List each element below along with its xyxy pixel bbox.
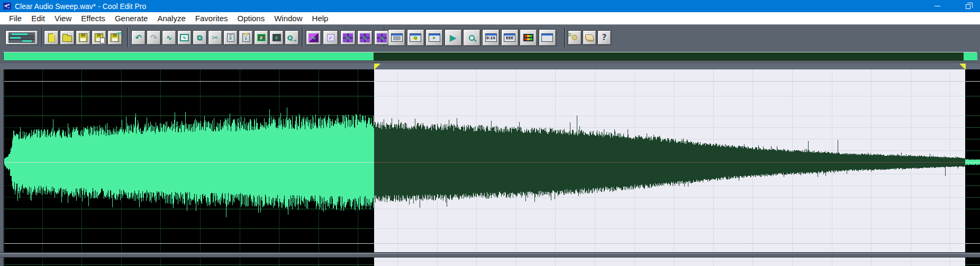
copy-button[interactable]: ⧉ bbox=[193, 30, 207, 45]
overview-strip bbox=[0, 50, 980, 63]
menu-item-view[interactable]: View bbox=[50, 12, 76, 24]
zoom-grid-2-icon: ∿ bbox=[360, 33, 370, 42]
toolbar: ⇄↶↷∿∿⧉✂⇓⇣z✳Q→∿✓∿∿∿Q▸▶0:15EEE⚙⚙? bbox=[0, 24, 980, 50]
level-meters-window-icon bbox=[523, 34, 533, 41]
paste-to-new-icon: z bbox=[257, 34, 266, 41]
menu-item-file[interactable]: File bbox=[4, 12, 26, 24]
save-all-button[interactable]: ⇄ bbox=[107, 30, 122, 45]
selection-ruler[interactable] bbox=[0, 63, 980, 69]
cue-list-window-button[interactable]: Q bbox=[407, 29, 424, 46]
menu-item-help[interactable]: Help bbox=[307, 12, 333, 24]
minimize-button[interactable] bbox=[925, 0, 949, 12]
trim-selection-icon: ∿ bbox=[180, 34, 189, 41]
open-file-button[interactable] bbox=[60, 30, 75, 45]
menu-item-favorites[interactable]: Favorites bbox=[190, 12, 233, 24]
multitrack-view-icon bbox=[8, 32, 35, 43]
save-file-icon bbox=[79, 33, 87, 42]
cut-button[interactable]: ✂ bbox=[208, 30, 222, 45]
menu-item-window[interactable]: Window bbox=[269, 12, 307, 24]
title-bar: Clear Audio Sweep.wav* - Cool Edit Pro bbox=[0, 0, 980, 12]
menu-item-edit[interactable]: Edit bbox=[26, 12, 50, 24]
zoom-controls-window-button[interactable] bbox=[463, 29, 480, 46]
trim-selection-button[interactable]: ∿ bbox=[177, 30, 192, 45]
window-organizer-icon bbox=[391, 33, 403, 42]
convert-sample-type-icon: Q→ bbox=[287, 34, 297, 42]
spectral-view-toggle-icon: ∿ bbox=[308, 33, 319, 42]
cool-edit-pro-window: Clear Audio Sweep.wav* - Cool Edit Pro F… bbox=[0, 0, 980, 266]
zoom-grid-2-button[interactable]: ∿ bbox=[357, 30, 373, 45]
restore-button[interactable] bbox=[956, 0, 980, 12]
window-title: Clear Audio Sweep.wav* - Cool Edit Pro bbox=[15, 2, 146, 11]
copy-icon: ⧉ bbox=[197, 34, 203, 41]
paste-button[interactable]: ⇓ bbox=[223, 30, 238, 45]
menu-item-generate[interactable]: Generate bbox=[110, 12, 153, 24]
paste-special-button[interactable]: ⇣ bbox=[239, 30, 253, 45]
cue-grid-window-icon: EEE bbox=[504, 33, 515, 42]
app-logo-icon bbox=[3, 3, 11, 10]
menu-item-analyze[interactable]: Analyze bbox=[152, 12, 190, 24]
waveform-display[interactable] bbox=[0, 69, 980, 266]
window-organizer-button[interactable] bbox=[388, 29, 405, 46]
spectral-view-toggle-button[interactable]: ∿ bbox=[306, 30, 321, 45]
undo-icon: ↶ bbox=[135, 34, 142, 42]
help-icon: ? bbox=[602, 33, 606, 42]
toolbar-separator bbox=[564, 28, 565, 47]
restore-icon bbox=[966, 4, 970, 9]
view-options-icon: ✓ bbox=[327, 34, 334, 41]
waveform-pane bbox=[0, 69, 980, 266]
cut-icon: ✂ bbox=[212, 34, 219, 41]
toolbar-separator bbox=[302, 28, 303, 47]
insert-into-multitrack-icon: ✳ bbox=[273, 34, 281, 41]
paste-to-new-button[interactable]: z bbox=[254, 30, 268, 45]
redo-icon: ↷ bbox=[150, 34, 157, 42]
paste-special-icon: ⇣ bbox=[242, 33, 250, 42]
level-meters-window-button[interactable] bbox=[520, 29, 537, 46]
toolbar-separator bbox=[41, 28, 42, 47]
scripts-button[interactable] bbox=[583, 30, 596, 45]
save-file-button[interactable] bbox=[76, 30, 90, 45]
menu-item-effects[interactable]: Effects bbox=[76, 12, 110, 24]
scripts-icon bbox=[585, 34, 594, 41]
arrows-badge-icon: ⇄ bbox=[117, 31, 121, 36]
new-file-button[interactable] bbox=[44, 30, 59, 45]
status-bar-window-icon bbox=[541, 33, 553, 42]
paste-icon: ⇓ bbox=[227, 33, 234, 42]
time-window-icon: 0:15 bbox=[485, 33, 497, 42]
new-file-icon bbox=[48, 33, 55, 42]
view-options-button[interactable]: ✓ bbox=[323, 30, 338, 45]
minimize-icon bbox=[934, 6, 940, 6]
cue-grid-window-button[interactable]: EEE bbox=[501, 29, 519, 46]
open-file-icon bbox=[62, 36, 72, 42]
zoom-grid-1-button[interactable]: ∿ bbox=[340, 30, 356, 45]
settings-icon: ⚙⚙ bbox=[571, 34, 578, 42]
time-window-button[interactable]: 0:15 bbox=[482, 29, 500, 46]
page-badge-icon bbox=[100, 38, 105, 43]
play-controls-window-button[interactable]: ▶ bbox=[444, 29, 462, 46]
overview-segment-bright bbox=[964, 52, 977, 60]
settings-button[interactable]: ⚙⚙ bbox=[568, 30, 582, 45]
play-list-window-button[interactable]: ▸ bbox=[425, 29, 443, 46]
overview-segment-dark bbox=[374, 52, 964, 60]
zoom-controls-window-icon bbox=[469, 35, 475, 41]
cue-list-window-icon: Q bbox=[410, 33, 421, 42]
smooth-tool-icon: ∿ bbox=[166, 34, 173, 41]
play-list-window-icon: ▸ bbox=[429, 33, 440, 42]
menu-bar: FileEditViewEffectsGenerateAnalyzeFavori… bbox=[0, 12, 980, 24]
status-bar-window-button[interactable] bbox=[539, 29, 556, 46]
multitrack-view-button[interactable] bbox=[5, 30, 38, 45]
menu-item-options[interactable]: Options bbox=[232, 12, 269, 24]
redo-button[interactable]: ↷ bbox=[147, 30, 161, 45]
save-as-button[interactable] bbox=[92, 30, 106, 45]
help-button[interactable]: ? bbox=[597, 30, 611, 45]
undo-button[interactable]: ↶ bbox=[131, 30, 146, 45]
zoom-grid-3-button[interactable]: ∿ bbox=[374, 30, 389, 45]
convert-sample-type-button[interactable]: Q→ bbox=[285, 30, 299, 45]
play-controls-window-icon: ▶ bbox=[450, 33, 457, 42]
smooth-tool-button[interactable]: ∿ bbox=[162, 30, 176, 45]
zoom-grid-3-icon: ∿ bbox=[377, 33, 387, 42]
toolbar-separator bbox=[127, 28, 128, 47]
overview-segment-bright bbox=[4, 52, 374, 60]
insert-into-multitrack-button[interactable]: ✳ bbox=[269, 30, 284, 45]
overview-navigation-bar[interactable] bbox=[3, 52, 977, 61]
zoom-grid-1-icon: ∿ bbox=[343, 33, 353, 42]
